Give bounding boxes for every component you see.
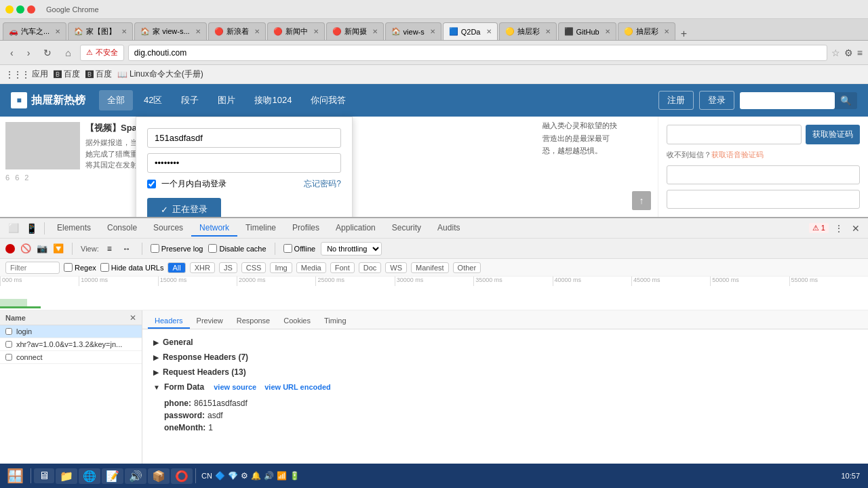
remember-checkbox[interactable] bbox=[147, 180, 156, 188]
tab-close-icon[interactable]: ✕ bbox=[121, 28, 127, 35]
devtools-close-button[interactable]: ✕ bbox=[849, 222, 863, 235]
tab-t5[interactable]: 🔴 新闻中 ✕ bbox=[267, 22, 325, 40]
tab-profiles[interactable]: Profiles bbox=[284, 220, 328, 237]
filter-input[interactable] bbox=[5, 262, 60, 274]
hide-data-urls-label[interactable]: Hide data URLs bbox=[100, 263, 164, 272]
forward-button[interactable]: › bbox=[22, 45, 35, 60]
close-button[interactable] bbox=[27, 5, 35, 14]
login-button[interactable]: 登录 bbox=[699, 91, 734, 110]
offline-checkbox[interactable] bbox=[283, 244, 292, 253]
bookmark-star-icon[interactable]: ☆ bbox=[831, 47, 840, 58]
tab-t8[interactable]: 🟦 Q2Da ✕ bbox=[443, 22, 498, 40]
view-waterfall-button[interactable]: ↔ bbox=[120, 243, 134, 254]
tab-close-icon[interactable]: ✕ bbox=[545, 28, 551, 35]
device-toolbar-button[interactable]: 📱 bbox=[23, 222, 40, 235]
tab-network[interactable]: Network bbox=[191, 220, 237, 237]
tab-audits[interactable]: Audits bbox=[429, 220, 468, 237]
tab-close-icon[interactable]: ✕ bbox=[664, 28, 669, 35]
inspect-element-button[interactable]: ⬜ bbox=[5, 222, 22, 235]
offline-label[interactable]: Offline bbox=[283, 244, 316, 253]
nav-all[interactable]: 全部 bbox=[99, 90, 133, 110]
tab-close-icon[interactable]: ✕ bbox=[372, 28, 378, 35]
bookmark-baidu2[interactable]: 🅱 百度 bbox=[85, 68, 112, 80]
tab-close-icon[interactable]: ✕ bbox=[254, 28, 260, 35]
tab-t1[interactable]: 🚗 汽车之... ✕ bbox=[3, 22, 66, 40]
back-button[interactable]: ‹ bbox=[5, 45, 18, 60]
request-item-connect[interactable]: connect bbox=[0, 351, 142, 364]
tab-t2[interactable]: 🏠 家【图】 ✕ bbox=[68, 22, 133, 40]
start-button[interactable]: 🪟 bbox=[3, 466, 28, 485]
tab-t10[interactable]: ⬛ GitHub ✕ bbox=[558, 22, 616, 40]
taskbar-app-6[interactable]: 📦 bbox=[148, 468, 170, 484]
view-list-button[interactable]: ≡ bbox=[104, 243, 115, 254]
tab-sources[interactable]: Sources bbox=[145, 220, 191, 237]
filter-xhr-button[interactable]: XHR bbox=[190, 262, 215, 273]
disable-cache-checkbox[interactable] bbox=[208, 244, 217, 253]
devtools-settings-button[interactable]: ⋮ bbox=[831, 222, 846, 235]
taskbar-chrome[interactable]: 🌐 bbox=[79, 468, 100, 484]
regex-checkbox[interactable] bbox=[64, 263, 73, 272]
home-button[interactable]: ⌂ bbox=[60, 45, 75, 60]
filter-doc-button[interactable]: Doc bbox=[359, 262, 382, 273]
request-checkbox[interactable] bbox=[5, 341, 12, 348]
bookmark-apps[interactable]: ⋮⋮⋮ 应用 bbox=[5, 68, 48, 80]
taskbar-app-7[interactable]: ⭕ bbox=[171, 468, 193, 484]
verification-code-input[interactable] bbox=[667, 165, 860, 184]
detail-tab-response[interactable]: Response bbox=[230, 314, 277, 329]
view-source-link[interactable]: view source bbox=[214, 383, 256, 391]
request-checkbox[interactable] bbox=[5, 354, 12, 361]
record-button[interactable] bbox=[5, 244, 15, 253]
maximize-button[interactable] bbox=[16, 5, 24, 14]
request-item-login[interactable]: login bbox=[0, 325, 142, 338]
menu-button[interactable]: ≡ bbox=[857, 47, 863, 58]
filter-manifest-button[interactable]: Manifest bbox=[411, 262, 449, 273]
nav-42[interactable]: 42区 bbox=[136, 90, 170, 110]
section-general-header[interactable]: ▶ General bbox=[153, 335, 857, 350]
view-url-encoded-link[interactable]: view URL encoded bbox=[264, 383, 331, 391]
voice-code-link[interactable]: 获取语音验证码 bbox=[711, 150, 764, 159]
tab-t4[interactable]: 🔴 新浪着 ✕ bbox=[208, 22, 266, 40]
taskbar-app-2[interactable]: 📁 bbox=[56, 468, 77, 484]
nav-qa[interactable]: 你问我答 bbox=[302, 90, 354, 110]
regex-label[interactable]: Regex bbox=[64, 263, 96, 272]
filter-ws-button[interactable]: WS bbox=[385, 262, 407, 273]
tab-t7[interactable]: 🏠 view-s ✕ bbox=[385, 22, 441, 40]
taskbar-audio[interactable]: 🔊 bbox=[125, 468, 146, 484]
filter-css-button[interactable]: CSS bbox=[241, 262, 267, 273]
section-response-headers-header[interactable]: ▶ Response Headers (7) bbox=[153, 350, 857, 365]
nav-jiewen[interactable]: 接吻1024 bbox=[246, 90, 300, 110]
tab-close-icon[interactable]: ✕ bbox=[486, 28, 492, 35]
tab-timeline[interactable]: Timeline bbox=[237, 220, 284, 237]
request-checkbox[interactable] bbox=[5, 328, 12, 335]
extension-icon[interactable]: ⚙ bbox=[844, 47, 853, 58]
address-bar[interactable]: dig.chouti.com bbox=[128, 45, 827, 61]
detail-tab-preview[interactable]: Preview bbox=[190, 314, 230, 329]
forgot-password-link[interactable]: 忘记密码? bbox=[304, 178, 341, 190]
phone-input[interactable] bbox=[667, 125, 802, 144]
taskbar-clock[interactable]: 10:57 bbox=[835, 472, 865, 480]
username-input[interactable] bbox=[147, 128, 341, 148]
tab-close-icon[interactable]: ✕ bbox=[195, 28, 201, 35]
tab-elements[interactable]: Elements bbox=[49, 220, 99, 237]
disable-cache-label[interactable]: Disable cache bbox=[208, 244, 266, 253]
tab-t3[interactable]: 🏠 家 view-s... ✕ bbox=[134, 22, 206, 40]
filter-other-button[interactable]: Other bbox=[453, 262, 481, 273]
password-input[interactable] bbox=[147, 153, 341, 173]
bookmark-linux[interactable]: 📖 Linux命令大全(手册) bbox=[117, 68, 203, 80]
new-tab-button[interactable]: + bbox=[677, 28, 691, 40]
site-search-button[interactable]: 🔍 bbox=[835, 92, 857, 109]
bookmark-baidu1[interactable]: 🅱 百度 bbox=[54, 68, 80, 80]
get-code-button[interactable]: 获取验证码 bbox=[806, 125, 860, 144]
tab-close-icon[interactable]: ✕ bbox=[313, 28, 319, 35]
register-button[interactable]: 注册 bbox=[658, 91, 694, 110]
clear-button[interactable]: 🚫 bbox=[20, 243, 31, 253]
detail-tab-timing[interactable]: Timing bbox=[317, 314, 353, 329]
minimize-button[interactable] bbox=[5, 5, 14, 14]
login-submit-button[interactable]: ✓ 正在登录 bbox=[147, 198, 221, 217]
tab-close-icon[interactable]: ✕ bbox=[605, 28, 610, 35]
throttle-select[interactable]: No throttling bbox=[321, 242, 382, 256]
filter-js-button[interactable]: JS bbox=[219, 262, 237, 273]
taskbar-word[interactable]: 📝 bbox=[102, 468, 123, 484]
taskbar-app-1[interactable]: 🖥 bbox=[34, 468, 54, 483]
tab-close-icon[interactable]: ✕ bbox=[55, 28, 60, 35]
